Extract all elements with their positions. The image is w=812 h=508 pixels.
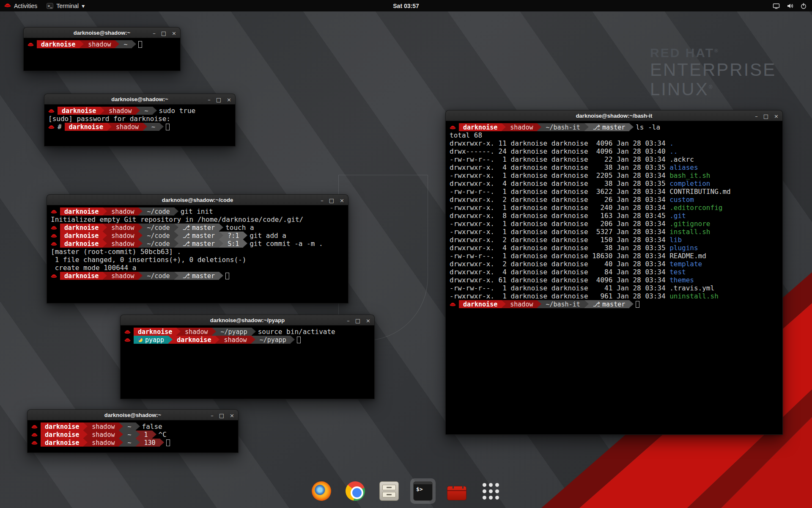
- terminal-body[interactable]: darknoiseshadow~sudo true[sudo] password…: [44, 105, 236, 146]
- minimize-button[interactable]: –: [347, 318, 350, 323]
- window-titlebar[interactable]: darknoise@shadow:~/code – □ ×: [47, 194, 348, 205]
- terminal-text: -rwxrwxr-x. 1 darknoise darknoise 961 Ja…: [450, 292, 669, 300]
- dock-item-terminal[interactable]: $>: [410, 478, 436, 504]
- maximize-button[interactable]: □: [329, 198, 334, 203]
- redhat-prompt-icon: [31, 424, 38, 429]
- activities-button[interactable]: Activities: [0, 2, 37, 9]
- terminal-line: pyappdarknoiseshadow~/pyapp: [124, 336, 370, 344]
- prompt-segment-user: darknoise: [60, 207, 103, 215]
- terminal-window-pyapp: darknoise@shadow:~/pyapp – □ × darknoise…: [120, 315, 375, 399]
- prompt-segment-user: darknoise: [41, 431, 83, 439]
- power-icon[interactable]: [800, 3, 807, 9]
- app-menu-terminal[interactable]: >_ Terminal ▾: [47, 3, 85, 9]
- prompt-segment-label: shadow: [510, 301, 533, 308]
- volume-icon[interactable]: [787, 3, 793, 9]
- maximize-button[interactable]: □: [219, 413, 224, 418]
- window-titlebar[interactable]: darknoise@shadow:~/bash-it – □ ×: [445, 110, 783, 121]
- dock-item-chrome[interactable]: [343, 478, 368, 504]
- terminal-text: .editorconfig: [669, 204, 722, 212]
- prompt-segment-label: ~/code: [147, 272, 170, 280]
- redhat-prompt-icon: [51, 241, 57, 246]
- terminal-body[interactable]: darknoiseshadow~/bash-it⎇masterls -latot…: [445, 121, 783, 435]
- window-titlebar[interactable]: darknoise@shadow:~/pyapp – □ ×: [120, 315, 375, 326]
- gnome-top-bar: Activities >_ Terminal ▾ Sat 03:57: [0, 0, 812, 11]
- system-status-area[interactable]: [773, 3, 807, 9]
- prompt-segment-path: ~/code: [138, 240, 174, 248]
- terminal-text: lib: [669, 236, 682, 244]
- terminal-text: git add a: [250, 232, 286, 240]
- close-button[interactable]: ×: [774, 113, 779, 119]
- terminal-text: 1 file changed, 0 insertions(+), 0 delet…: [51, 256, 246, 264]
- prompt-segment-label: darknoise: [41, 41, 75, 48]
- close-button[interactable]: ×: [172, 30, 176, 36]
- git-branch-icon: ⎇: [593, 301, 600, 308]
- window-titlebar[interactable]: darknoise@shadow:~ – □ ×: [44, 94, 236, 105]
- prompt-segment-host: shadow: [107, 123, 143, 131]
- maximize-button[interactable]: □: [216, 97, 221, 102]
- terminal-cursor: [166, 124, 170, 130]
- prompt-segment-label: shadow: [510, 124, 533, 131]
- terminal-text: -rw-rw-r--. 1 darknoise darknoise 18630 …: [450, 252, 669, 260]
- window-titlebar[interactable]: darknoise@shadow:~ – □ ×: [27, 409, 239, 420]
- dock-item-firefox[interactable]: [309, 478, 334, 504]
- chrome-icon: [346, 481, 365, 501]
- close-button[interactable]: ×: [230, 413, 234, 418]
- prompt-segment-label: darknoise: [177, 336, 211, 344]
- terminal-line: drwxrwxr-x. 8 darknoise darknoise 163 Ja…: [450, 212, 779, 220]
- prompt-segment-host: shadow: [103, 232, 138, 240]
- terminal-line: [sudo] password for darknoise:: [48, 115, 231, 123]
- prompt-segment-label: master: [192, 272, 215, 280]
- terminal-cursor: [297, 337, 301, 343]
- close-button[interactable]: ×: [366, 318, 370, 323]
- prompt-segment-label: 130: [144, 439, 156, 447]
- clock[interactable]: Sat 03:57: [393, 3, 419, 9]
- prompt-segment-label: ?:1: [228, 232, 239, 240]
- terminal-body[interactable]: darknoiseshadow~falsedarknoiseshadow~1^C…: [27, 420, 239, 453]
- prompt-segment-path: ~/pyapp: [251, 336, 291, 344]
- prompt-segment-git: ⎇master: [174, 240, 219, 248]
- firefox-icon: [312, 481, 331, 501]
- registered-mark: ®: [709, 84, 714, 90]
- terminal-body[interactable]: darknoiseshadow~/pyappsource bin/activat…: [120, 326, 375, 399]
- dock-item-redhat-toolbox[interactable]: [444, 478, 469, 504]
- terminal-line: create mode 100644 a: [51, 264, 344, 272]
- terminal-line: darknoiseshadow~130: [31, 439, 234, 447]
- prompt-segment-user: darknoise: [168, 336, 215, 344]
- terminal-line: drwxrwxr-x. 11 darknoise darknoise 4096 …: [450, 139, 779, 147]
- terminal-body[interactable]: darknoiseshadow~/codegit initInitialized…: [47, 205, 348, 304]
- prompt-segment-label: ~/code: [147, 224, 170, 232]
- redhat-toolbox-icon: [447, 486, 466, 500]
- dock-item-app-grid[interactable]: [478, 478, 503, 504]
- close-button[interactable]: ×: [227, 97, 231, 102]
- prompt-segment-label: ~/pyapp: [260, 336, 286, 344]
- prompt-segment-user: darknoise: [459, 300, 502, 308]
- maximize-button[interactable]: □: [161, 30, 166, 36]
- minimize-button[interactable]: –: [208, 97, 211, 102]
- minimize-button[interactable]: –: [755, 113, 758, 119]
- window-title: darknoise@shadow:~/code: [162, 197, 233, 203]
- terminal-text: drwxrwxr-x. 4 darknoise darknoise 84 Jan…: [450, 268, 669, 276]
- prompt-segment-git: ⎇master: [174, 272, 219, 280]
- prompt-segment-path: ~/code: [138, 232, 174, 240]
- terminal-text: create mode 100644 a: [51, 264, 136, 272]
- terminal-text: plugins: [669, 244, 698, 252]
- window-title: darknoise@shadow:~: [111, 96, 168, 102]
- terminal-line: -rw-rw-r--. 1 darknoise darknoise 18630 …: [450, 252, 779, 260]
- prompt-segment-label: shadow: [111, 232, 134, 240]
- terminal-text: [master (root-commit) 50bcb63] .: [51, 248, 181, 256]
- dock-item-files[interactable]: [376, 478, 402, 504]
- maximize-button[interactable]: □: [763, 113, 768, 119]
- minimize-button[interactable]: –: [153, 30, 156, 36]
- prompt-segment-label: ~/bash-it: [546, 124, 580, 131]
- window-titlebar[interactable]: darknoise@shadow:~ – □ ×: [23, 27, 181, 38]
- prompt-segment-label: pyapp: [145, 336, 164, 344]
- redhat-prompt-icon: [31, 440, 38, 445]
- minimize-button[interactable]: –: [211, 413, 214, 418]
- display-icon[interactable]: [773, 3, 780, 9]
- prompt-segment-label: darknoise: [463, 301, 497, 308]
- maximize-button[interactable]: □: [355, 318, 360, 323]
- close-button[interactable]: ×: [340, 198, 344, 203]
- minimize-button[interactable]: –: [321, 198, 324, 203]
- prompt-segment-host: shadow: [83, 422, 119, 431]
- terminal-body[interactable]: darknoiseshadow~: [23, 38, 181, 71]
